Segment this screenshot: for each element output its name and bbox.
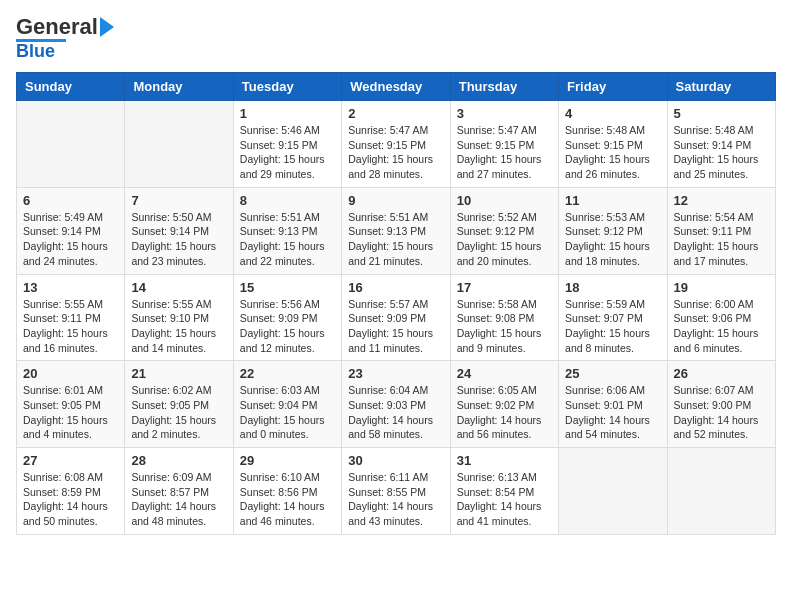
day-info: Sunrise: 6:13 AM Sunset: 8:54 PM Dayligh… (457, 470, 552, 529)
logo: General Blue (16, 16, 114, 60)
day-info: Sunrise: 5:58 AM Sunset: 9:08 PM Dayligh… (457, 297, 552, 356)
calendar-cell (125, 101, 233, 188)
day-number: 30 (348, 453, 443, 468)
calendar-cell: 10Sunrise: 5:52 AM Sunset: 9:12 PM Dayli… (450, 187, 558, 274)
day-info: Sunrise: 5:51 AM Sunset: 9:13 PM Dayligh… (348, 210, 443, 269)
calendar-cell: 24Sunrise: 6:05 AM Sunset: 9:02 PM Dayli… (450, 361, 558, 448)
calendar-week-row: 6Sunrise: 5:49 AM Sunset: 9:14 PM Daylig… (17, 187, 776, 274)
calendar-cell: 3Sunrise: 5:47 AM Sunset: 9:15 PM Daylig… (450, 101, 558, 188)
day-info: Sunrise: 5:53 AM Sunset: 9:12 PM Dayligh… (565, 210, 660, 269)
weekday-header-saturday: Saturday (667, 73, 775, 101)
day-info: Sunrise: 6:01 AM Sunset: 9:05 PM Dayligh… (23, 383, 118, 442)
day-info: Sunrise: 6:11 AM Sunset: 8:55 PM Dayligh… (348, 470, 443, 529)
calendar-cell: 11Sunrise: 5:53 AM Sunset: 9:12 PM Dayli… (559, 187, 667, 274)
calendar-cell (667, 448, 775, 535)
day-info: Sunrise: 5:55 AM Sunset: 9:11 PM Dayligh… (23, 297, 118, 356)
day-number: 8 (240, 193, 335, 208)
calendar-cell: 20Sunrise: 6:01 AM Sunset: 9:05 PM Dayli… (17, 361, 125, 448)
day-number: 2 (348, 106, 443, 121)
calendar-cell: 21Sunrise: 6:02 AM Sunset: 9:05 PM Dayli… (125, 361, 233, 448)
calendar-cell: 23Sunrise: 6:04 AM Sunset: 9:03 PM Dayli… (342, 361, 450, 448)
day-number: 6 (23, 193, 118, 208)
weekday-header-friday: Friday (559, 73, 667, 101)
calendar-cell: 7Sunrise: 5:50 AM Sunset: 9:14 PM Daylig… (125, 187, 233, 274)
day-info: Sunrise: 6:04 AM Sunset: 9:03 PM Dayligh… (348, 383, 443, 442)
day-info: Sunrise: 6:08 AM Sunset: 8:59 PM Dayligh… (23, 470, 118, 529)
calendar-week-row: 13Sunrise: 5:55 AM Sunset: 9:11 PM Dayli… (17, 274, 776, 361)
weekday-header-monday: Monday (125, 73, 233, 101)
calendar-cell: 9Sunrise: 5:51 AM Sunset: 9:13 PM Daylig… (342, 187, 450, 274)
day-info: Sunrise: 5:48 AM Sunset: 9:15 PM Dayligh… (565, 123, 660, 182)
day-number: 4 (565, 106, 660, 121)
day-number: 3 (457, 106, 552, 121)
calendar-cell: 22Sunrise: 6:03 AM Sunset: 9:04 PM Dayli… (233, 361, 341, 448)
day-info: Sunrise: 5:46 AM Sunset: 9:15 PM Dayligh… (240, 123, 335, 182)
day-number: 15 (240, 280, 335, 295)
day-number: 31 (457, 453, 552, 468)
day-info: Sunrise: 6:05 AM Sunset: 9:02 PM Dayligh… (457, 383, 552, 442)
day-info: Sunrise: 5:49 AM Sunset: 9:14 PM Dayligh… (23, 210, 118, 269)
day-info: Sunrise: 5:50 AM Sunset: 9:14 PM Dayligh… (131, 210, 226, 269)
weekday-header-tuesday: Tuesday (233, 73, 341, 101)
day-info: Sunrise: 5:59 AM Sunset: 9:07 PM Dayligh… (565, 297, 660, 356)
day-number: 16 (348, 280, 443, 295)
calendar-cell: 25Sunrise: 6:06 AM Sunset: 9:01 PM Dayli… (559, 361, 667, 448)
calendar-cell (559, 448, 667, 535)
logo-general: General (16, 16, 98, 38)
calendar-cell: 30Sunrise: 6:11 AM Sunset: 8:55 PM Dayli… (342, 448, 450, 535)
day-info: Sunrise: 5:51 AM Sunset: 9:13 PM Dayligh… (240, 210, 335, 269)
day-info: Sunrise: 5:47 AM Sunset: 9:15 PM Dayligh… (457, 123, 552, 182)
day-number: 17 (457, 280, 552, 295)
calendar-header-row: SundayMondayTuesdayWednesdayThursdayFrid… (17, 73, 776, 101)
calendar-cell: 13Sunrise: 5:55 AM Sunset: 9:11 PM Dayli… (17, 274, 125, 361)
calendar-table: SundayMondayTuesdayWednesdayThursdayFrid… (16, 72, 776, 535)
day-number: 18 (565, 280, 660, 295)
day-info: Sunrise: 5:55 AM Sunset: 9:10 PM Dayligh… (131, 297, 226, 356)
page-header: General Blue (16, 16, 776, 60)
day-number: 28 (131, 453, 226, 468)
day-info: Sunrise: 5:47 AM Sunset: 9:15 PM Dayligh… (348, 123, 443, 182)
day-number: 29 (240, 453, 335, 468)
day-info: Sunrise: 5:52 AM Sunset: 9:12 PM Dayligh… (457, 210, 552, 269)
calendar-week-row: 27Sunrise: 6:08 AM Sunset: 8:59 PM Dayli… (17, 448, 776, 535)
day-number: 14 (131, 280, 226, 295)
calendar-cell (17, 101, 125, 188)
day-number: 13 (23, 280, 118, 295)
logo-blue: Blue (16, 42, 55, 60)
day-info: Sunrise: 6:07 AM Sunset: 9:00 PM Dayligh… (674, 383, 769, 442)
day-info: Sunrise: 6:00 AM Sunset: 9:06 PM Dayligh… (674, 297, 769, 356)
day-number: 19 (674, 280, 769, 295)
day-info: Sunrise: 5:48 AM Sunset: 9:14 PM Dayligh… (674, 123, 769, 182)
calendar-cell: 17Sunrise: 5:58 AM Sunset: 9:08 PM Dayli… (450, 274, 558, 361)
day-number: 27 (23, 453, 118, 468)
calendar-cell: 28Sunrise: 6:09 AM Sunset: 8:57 PM Dayli… (125, 448, 233, 535)
calendar-cell: 16Sunrise: 5:57 AM Sunset: 9:09 PM Dayli… (342, 274, 450, 361)
day-number: 21 (131, 366, 226, 381)
calendar-cell: 1Sunrise: 5:46 AM Sunset: 9:15 PM Daylig… (233, 101, 341, 188)
day-number: 24 (457, 366, 552, 381)
calendar-cell: 6Sunrise: 5:49 AM Sunset: 9:14 PM Daylig… (17, 187, 125, 274)
day-number: 11 (565, 193, 660, 208)
calendar-cell: 12Sunrise: 5:54 AM Sunset: 9:11 PM Dayli… (667, 187, 775, 274)
calendar-week-row: 20Sunrise: 6:01 AM Sunset: 9:05 PM Dayli… (17, 361, 776, 448)
day-number: 23 (348, 366, 443, 381)
day-number: 5 (674, 106, 769, 121)
calendar-week-row: 1Sunrise: 5:46 AM Sunset: 9:15 PM Daylig… (17, 101, 776, 188)
day-number: 25 (565, 366, 660, 381)
day-number: 12 (674, 193, 769, 208)
calendar-cell: 27Sunrise: 6:08 AM Sunset: 8:59 PM Dayli… (17, 448, 125, 535)
calendar-cell: 2Sunrise: 5:47 AM Sunset: 9:15 PM Daylig… (342, 101, 450, 188)
calendar-cell: 5Sunrise: 5:48 AM Sunset: 9:14 PM Daylig… (667, 101, 775, 188)
day-number: 22 (240, 366, 335, 381)
calendar-cell: 8Sunrise: 5:51 AM Sunset: 9:13 PM Daylig… (233, 187, 341, 274)
day-info: Sunrise: 6:03 AM Sunset: 9:04 PM Dayligh… (240, 383, 335, 442)
day-info: Sunrise: 5:56 AM Sunset: 9:09 PM Dayligh… (240, 297, 335, 356)
calendar-cell: 29Sunrise: 6:10 AM Sunset: 8:56 PM Dayli… (233, 448, 341, 535)
logo-arrow-icon (100, 17, 114, 37)
weekday-header-wednesday: Wednesday (342, 73, 450, 101)
day-number: 7 (131, 193, 226, 208)
day-info: Sunrise: 6:06 AM Sunset: 9:01 PM Dayligh… (565, 383, 660, 442)
calendar-cell: 14Sunrise: 5:55 AM Sunset: 9:10 PM Dayli… (125, 274, 233, 361)
calendar-cell: 4Sunrise: 5:48 AM Sunset: 9:15 PM Daylig… (559, 101, 667, 188)
day-number: 10 (457, 193, 552, 208)
